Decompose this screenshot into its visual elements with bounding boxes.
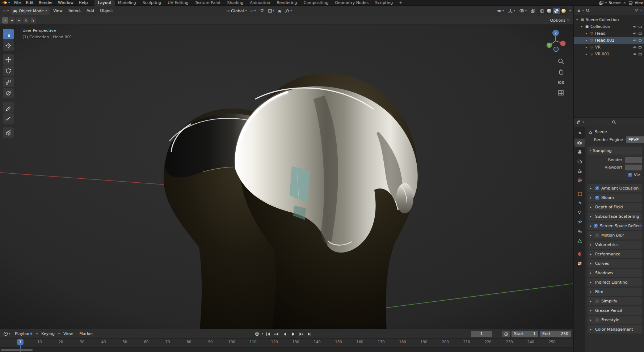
dropdown-icon[interactable]: ▾	[640, 9, 642, 12]
sampling-viewport-field[interactable]	[625, 165, 642, 170]
rotate-tool[interactable]	[3, 65, 14, 76]
playhead-frame-badge[interactable]: 1	[17, 339, 24, 345]
select-mode-option[interactable]: ·	[2, 17, 8, 24]
properties-section-header[interactable]: Motion Blur	[588, 231, 642, 239]
breadcrumb-label[interactable]: Scene	[595, 130, 607, 134]
timeline-view-menu[interactable]: View	[60, 329, 76, 339]
gizmo-x-axis[interactable]	[560, 41, 566, 46]
play-button[interactable]	[289, 331, 296, 338]
select-mode-option[interactable]: ×	[23, 17, 29, 24]
select-mode-option[interactable]: −	[16, 17, 22, 24]
outliner-item-label[interactable]: Collection	[590, 24, 610, 29]
properties-section-header[interactable]: Indirect Lighting	[588, 278, 642, 287]
hide-in-viewport-eye-icon[interactable]	[633, 38, 637, 42]
snap-target-selector[interactable]: ▾	[267, 7, 275, 14]
section-checkbox[interactable]	[595, 196, 599, 200]
app-menu-item[interactable]: Window	[55, 0, 76, 5]
outliner-row[interactable]: Collection	[574, 23, 644, 30]
properties-section-header[interactable]: Curves	[588, 259, 642, 268]
section-checkbox[interactable]	[595, 299, 599, 303]
render-engine-select[interactable]: EEVE	[626, 136, 644, 143]
select-mode-option[interactable]: +	[9, 17, 15, 24]
add-work space-button[interactable]: +	[396, 0, 405, 5]
properties-section-header[interactable]: Performance	[588, 250, 642, 258]
orthographic-toggle-button[interactable]	[557, 89, 564, 96]
select-box-tool[interactable]	[3, 29, 14, 39]
disclosure-icon[interactable]	[585, 52, 588, 56]
select-mode-option[interactable]: ∩	[30, 17, 36, 24]
disable-in-render-camera-icon[interactable]	[638, 31, 642, 35]
transform-tool[interactable]	[3, 88, 14, 98]
mode-selector[interactable]: ▣ Object Mode ▾	[10, 7, 50, 15]
properties-section-header[interactable]: Bloom	[588, 194, 642, 202]
properties-section-header[interactable]: Subsurface Scattering	[588, 212, 642, 221]
jump-previous-keyframe-button[interactable]	[273, 331, 280, 338]
tab-particles[interactable]	[574, 208, 585, 217]
app-menu-item[interactable]: Edit	[23, 0, 36, 5]
timeline-marker-menu[interactable]: Marker	[76, 329, 96, 339]
tool-options-button[interactable]: Options ▾	[548, 18, 571, 23]
properties-section-header[interactable]: Color Management	[588, 325, 642, 334]
proportional-falloff-selector[interactable]: ▾	[284, 7, 293, 14]
annotate-tool[interactable]	[3, 102, 14, 113]
tab-world[interactable]	[574, 176, 585, 185]
workspace-tab[interactable]: UV Editing	[164, 0, 191, 6]
tab-tool[interactable]	[574, 129, 585, 137]
close-icon[interactable]: ✕	[622, 1, 627, 5]
outliner-editor-icon[interactable]	[576, 8, 581, 13]
hide-in-viewport-eye-icon[interactable]	[633, 25, 637, 29]
tab-modifiers[interactable]	[574, 199, 585, 207]
dropdown-icon[interactable]: ▾	[582, 9, 584, 12]
hide-in-viewport-eye-icon[interactable]	[633, 45, 637, 49]
current-frame-field[interactable]: 1	[471, 331, 492, 337]
section-checkbox[interactable]	[595, 233, 599, 237]
tab-object-data[interactable]	[574, 237, 585, 245]
app-menu-item[interactable]: File	[12, 0, 23, 5]
blender-logo-icon[interactable]: ▾	[2, 1, 10, 5]
disclosure-icon[interactable]	[585, 39, 588, 42]
outliner-row[interactable]: Head.001	[574, 37, 644, 44]
tab-material[interactable]	[574, 250, 585, 258]
preview-range-button[interactable]	[502, 331, 510, 337]
properties-editor-icon[interactable]	[576, 120, 581, 124]
section-checkbox[interactable]	[595, 186, 599, 190]
outliner-item-label[interactable]: Scene Collection	[586, 17, 619, 22]
tab-view-layer[interactable]	[574, 157, 585, 166]
app-menu-item[interactable]: Help	[76, 0, 90, 5]
hide-in-viewport-eye-icon[interactable]	[633, 52, 637, 56]
workspace-tab[interactable]: Scripting	[372, 0, 396, 6]
viewport-canvas[interactable]: User Perspective (1) Collection | Head.0…	[0, 25, 573, 329]
workspace-tab[interactable]: Shading	[224, 0, 247, 6]
pan-hand-button[interactable]	[557, 68, 564, 75]
filter-funnel-icon[interactable]	[634, 8, 639, 13]
dropdown-icon[interactable]: ▾	[605, 1, 607, 4]
properties-section-header[interactable]: Film	[588, 288, 642, 296]
workspace-tab[interactable]: Modeling	[115, 0, 139, 6]
tab-object[interactable]	[574, 190, 585, 198]
proportional-editing-toggle[interactable]: ◉	[277, 7, 283, 14]
disable-in-render-camera-icon[interactable]	[638, 38, 642, 42]
sampling-render-field[interactable]	[625, 157, 642, 163]
dropdown-icon[interactable]: ▾	[582, 121, 584, 124]
properties-section-header[interactable]: Volumetrics	[588, 241, 642, 249]
keying-menu[interactable]: Keying	[38, 329, 58, 339]
snap-toggle[interactable]	[258, 7, 265, 14]
play-reverse-button[interactable]	[281, 331, 288, 338]
shading-dropdown-icon[interactable]: ▾	[569, 9, 571, 12]
zoom-button[interactable]	[557, 58, 564, 65]
tab-scene[interactable]	[574, 167, 585, 175]
view-layer-name[interactable]: View	[635, 0, 643, 5]
viewport-menu-item[interactable]: Add	[84, 6, 97, 16]
tab-texture[interactable]	[574, 259, 585, 268]
disable-in-render-camera-icon[interactable]	[638, 52, 642, 56]
disclosure-icon[interactable]	[585, 46, 588, 49]
overlays-selector[interactable]: ▾	[518, 7, 528, 14]
end-frame-field[interactable]: End 250	[540, 331, 571, 337]
outliner-row[interactable]: VR	[574, 44, 644, 51]
outliner-row[interactable]: Head	[574, 30, 644, 37]
workspace-tab[interactable]: Sculpting	[139, 0, 164, 6]
outliner-item-label[interactable]: VR	[595, 45, 601, 50]
viewport-menu-item[interactable]: Select	[66, 6, 84, 16]
navigation-gizmo[interactable]: Z Y	[544, 29, 567, 52]
scene-data-icon[interactable]	[599, 1, 603, 5]
